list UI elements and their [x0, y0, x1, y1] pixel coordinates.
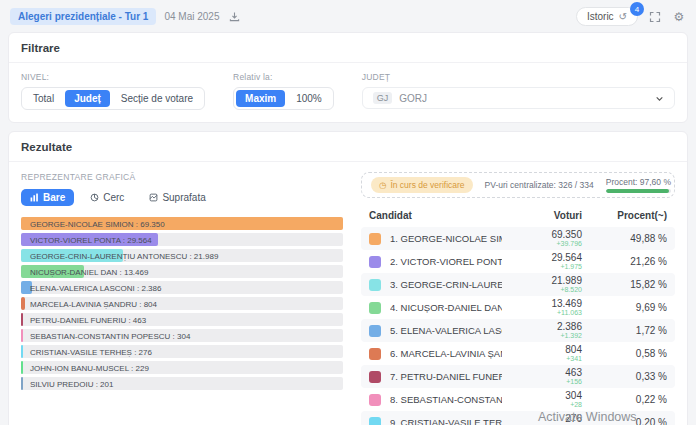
candidate-votes: 2.386	[502, 321, 582, 332]
judet-selected-value: GORJ	[399, 93, 427, 104]
clock-icon: ◷	[379, 180, 386, 190]
filter-card: Filtrare NIVEL: Total Județ Secție de vo…	[8, 32, 688, 123]
candidate-rank: 8.	[390, 394, 398, 405]
candidate-rank: 3.	[390, 279, 398, 290]
candidate-name: PETRU-DANIEL FUNERIU	[401, 371, 502, 382]
candidate-percent: 0,20 %	[582, 417, 667, 425]
candidate-votes: 276	[502, 413, 582, 424]
candidate-name: SEBASTIAN-CONSTANTIN POPESCU	[401, 394, 502, 405]
candidate-percent: 9,69 %	[582, 302, 667, 313]
candidate-color-swatch	[369, 325, 381, 337]
candidate-color-swatch	[369, 233, 381, 245]
export-icon[interactable]	[227, 10, 241, 24]
chart-bar-row: SEBASTIAN-CONSTANTIN POPESCU : 304	[21, 329, 343, 342]
tab-cerc[interactable]: Cerc	[81, 189, 133, 206]
candidate-name: CRISTIAN-VASILE TERHEȘ	[401, 417, 502, 425]
istoric-button[interactable]: Istoric ↺ 4	[576, 7, 638, 26]
candidate-color-swatch	[369, 371, 381, 383]
candidate-percent: 49,88 %	[582, 233, 667, 244]
election-date: 04 Mai 2025	[164, 11, 219, 22]
results-card-title: Rezultate	[9, 132, 687, 162]
election-type-badge[interactable]: Alegeri prezidențiale - Tur 1	[10, 8, 156, 25]
relativ-option-100[interactable]: 100%	[287, 90, 331, 107]
chart-bar-label: PETRU-DANIEL FUNERIU : 463	[30, 315, 146, 324]
chart-bar-label: VICTOR-VIOREL PONTA : 29.564	[30, 235, 152, 244]
candidate-name: MARCELA-LAVINIA ȘANDRU	[401, 348, 502, 359]
fullscreen-icon[interactable]	[648, 10, 662, 24]
results-card: Rezultate REPREZENTARE GRAFICĂ Bare Cerc	[8, 131, 688, 425]
area-chart-icon	[149, 193, 158, 202]
candidate-votes: 21.989	[502, 275, 582, 286]
header-voturi: Voturi	[502, 210, 582, 221]
candidate-rank: 4.	[390, 302, 398, 313]
candidate-color-swatch	[369, 417, 381, 425]
candidate-rank: 9.	[390, 417, 398, 425]
candidate-votes: 804	[502, 344, 582, 355]
candidate-color-swatch	[369, 348, 381, 360]
candidate-votes: 29.564	[502, 252, 582, 263]
chart-bar-row: ELENA-VALERICA LASCONI : 2.386	[21, 281, 343, 294]
table-header-row: Candidat Voturi Procent(~)	[361, 205, 675, 227]
candidate-votes: 13.469	[502, 298, 582, 309]
candidate-row: 1. GEORGE-NICOLAE SIMION 69.350 +39.796 …	[361, 227, 675, 250]
candidate-rank: 2.	[390, 256, 398, 267]
candidate-votes: 69.350	[502, 229, 582, 240]
candidate-votes-delta: +1.392	[502, 332, 582, 340]
nivel-option-judet[interactable]: Județ	[65, 90, 110, 107]
nivel-option-sectie[interactable]: Secție de votare	[112, 90, 202, 107]
chart-bar-label: SEBASTIAN-CONSTANTIN POPESCU : 304	[30, 331, 190, 340]
chart-bar-row: VICTOR-VIOREL PONTA : 29.564	[21, 233, 343, 246]
chart-bar-fill	[21, 329, 23, 342]
settings-gear-icon[interactable]: ⚙	[672, 10, 686, 24]
tab-cerc-label: Cerc	[103, 192, 124, 203]
candidate-rank: 6.	[390, 348, 398, 359]
judet-select[interactable]: GJ GORJ	[362, 87, 675, 109]
chart-bar-fill	[21, 377, 23, 390]
filter-card-title: Filtrare	[9, 33, 687, 63]
istoric-label: Istoric	[587, 11, 614, 22]
candidate-percent: 0,58 %	[582, 348, 667, 359]
chart-section-label: REPREZENTARE GRAFICĂ	[21, 172, 343, 182]
chart-bar-row: PETRU-DANIEL FUNERIU : 463	[21, 313, 343, 326]
procent-label: Procent: 97,60 %	[606, 177, 671, 187]
nivel-option-total[interactable]: Total	[24, 90, 63, 107]
relativ-option-maxim[interactable]: Maxim	[236, 90, 285, 107]
candidate-color-swatch	[369, 256, 381, 268]
header-procent: Procent(~)	[582, 210, 667, 221]
istoric-count-badge: 4	[630, 2, 644, 16]
candidate-rank: 7.	[390, 371, 398, 382]
filter-group-nivel: NIVEL: Total Județ Secție de votare	[21, 72, 205, 110]
chart-bar-label: JOHN-ION BANU-MUSCEL : 229	[30, 363, 149, 372]
relativ-label: Relativ la:	[233, 72, 334, 82]
chart-bar-fill	[21, 345, 23, 358]
chart-bar-label: SILVIU PREDOIU : 201	[30, 379, 113, 388]
candidate-name: GEORGE-NICOLAE SIMION	[401, 233, 502, 244]
candidate-percent: 0,22 %	[582, 394, 667, 405]
candidate-name: NICUȘOR-DANIEL DAN	[401, 302, 502, 313]
candidate-row: 5. ELENA-VALERICA LASCONI 2.386 +1.392 1…	[361, 319, 675, 342]
candidate-table: 1. GEORGE-NICOLAE SIMION 69.350 +39.796 …	[361, 227, 675, 425]
header-candidat: Candidat	[369, 210, 502, 221]
chevron-down-icon	[655, 94, 664, 103]
candidate-name: ELENA-VALERICA LASCONI	[401, 325, 502, 336]
tab-bare[interactable]: Bare	[21, 189, 74, 206]
candidate-rank: 1.	[390, 233, 398, 244]
chart-bar-fill	[21, 297, 25, 310]
progress-bar-fill	[606, 189, 670, 193]
filter-group-judet: JUDEȚ GJ GORJ	[362, 72, 675, 110]
chart-bar-label: GEORGE-NICOLAE SIMION : 69.350	[30, 219, 165, 228]
chart-bar-fill	[21, 313, 23, 326]
candidate-row: 3. GEORGE-CRIN-LAURENȚIU ANTONESCU 21.98…	[361, 273, 675, 296]
tab-bare-label: Bare	[43, 192, 65, 203]
top-bar: Alegeri prezidențiale - Tur 1 04 Mai 202…	[0, 0, 696, 32]
candidate-name: GEORGE-CRIN-LAURENȚIU ANTONESCU	[401, 279, 502, 290]
candidate-votes-delta: +28	[502, 401, 582, 409]
tab-suprafata[interactable]: Suprafata	[140, 189, 214, 206]
nivel-label: NIVEL:	[21, 72, 205, 82]
verification-status-box: ◷ În curs de verificare PV-uri centraliz…	[361, 172, 675, 198]
candidate-row: 7. PETRU-DANIEL FUNERIU 463 +156 0,33 %	[361, 365, 675, 388]
candidate-percent: 1,72 %	[582, 325, 667, 336]
procent-progress: Procent: 97,60 %	[606, 177, 671, 193]
bar-chart-icon	[30, 193, 39, 202]
pie-chart-icon	[90, 193, 99, 202]
